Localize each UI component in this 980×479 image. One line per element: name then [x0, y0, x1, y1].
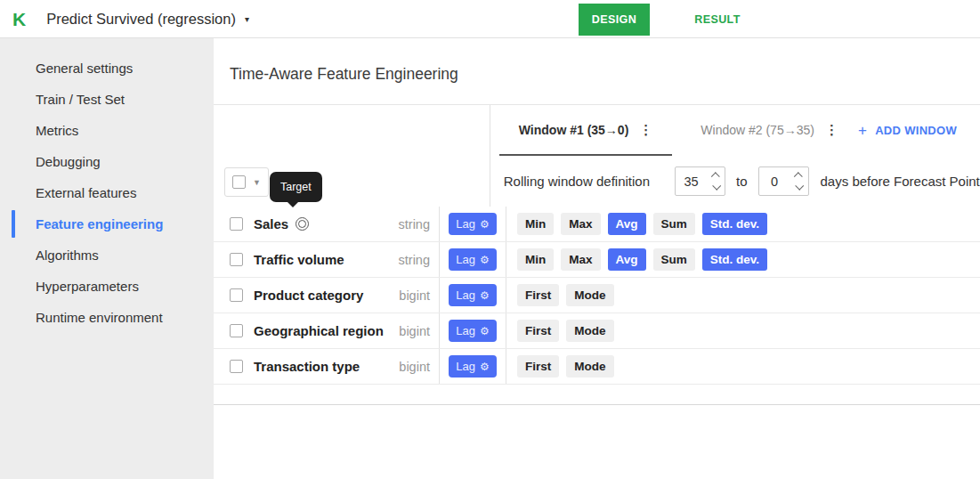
agg-chip-first[interactable]: First: [517, 355, 559, 378]
feature-name: Traffic volume: [254, 252, 344, 267]
lag-cell: Lag ⚙: [439, 313, 506, 348]
aggregations-cell: MinMaxAvgSumStd. dev.: [506, 242, 980, 277]
sidebar-item-runtime-environment[interactable]: Runtime environment: [0, 302, 214, 333]
row-checkbox[interactable]: [230, 217, 243, 231]
chevron-up-icon[interactable]: [710, 172, 719, 181]
agg-chip-min[interactable]: Min: [517, 213, 554, 235]
gear-icon: ⚙: [480, 326, 490, 337]
chevron-down-icon[interactable]: [712, 182, 721, 191]
kebab-menu-icon[interactable]: ⋮: [825, 122, 838, 138]
sidebar-item-metrics[interactable]: Metrics: [0, 115, 214, 146]
feature-name-cell: Traffic volume string: [214, 242, 439, 277]
window-tabs-mount: Window #1 (35→0) ⋮ Window #2 (75→35) ⋮: [490, 105, 858, 156]
project-title[interactable]: Predict Survived (regression): [46, 11, 236, 28]
agg-chip-max[interactable]: Max: [561, 248, 600, 271]
table-row: Transaction type bigint Lag ⚙ FirstMode: [214, 349, 980, 385]
aggregations-cell: MinMaxAvgSumStd. dev.: [506, 207, 980, 241]
agg-chip-avg[interactable]: Avg: [608, 248, 646, 271]
plus-icon: +: [858, 123, 867, 138]
table-row: Product category bigint Lag ⚙ FirstMode: [214, 278, 980, 313]
row-checkbox[interactable]: [230, 324, 243, 337]
settings-sidebar: General settings Train / Test Set Metric…: [0, 38, 214, 479]
sidebar-item-label: Feature engineering: [36, 216, 163, 231]
lag-label: Lag: [456, 253, 475, 266]
agg-chip-first[interactable]: First: [517, 284, 559, 306]
aggregations-cell: FirstMode: [506, 349, 980, 384]
select-all-control[interactable]: ▼: [224, 167, 269, 197]
window-tab-2[interactable]: Window #2 (75→35) ⋮: [681, 105, 858, 156]
agg-chip-sum[interactable]: Sum: [653, 213, 695, 235]
chevron-down-icon[interactable]: ▾: [245, 14, 249, 24]
agg-chip-min[interactable]: Min: [517, 248, 554, 271]
sidebar-item-algorithms[interactable]: Algorithms: [0, 240, 214, 271]
page-title: Time-Aware Feature Engineering: [214, 38, 980, 105]
stepper-arrows[interactable]: [707, 167, 725, 195]
lag-label: Lag: [456, 360, 475, 373]
agg-chip-std-dev-[interactable]: Std. dev.: [702, 213, 767, 235]
header-left-cell: ▼: [214, 105, 490, 207]
sidebar-item-label: Train / Test Set: [36, 92, 125, 107]
lag-button[interactable]: Lag ⚙: [449, 320, 496, 342]
window-from-value[interactable]: 35: [676, 175, 707, 189]
chevron-down-icon[interactable]: ▼: [253, 178, 261, 187]
lag-button[interactable]: Lag ⚙: [449, 213, 496, 235]
lag-button[interactable]: Lag ⚙: [449, 284, 496, 306]
row-checkbox[interactable]: [230, 288, 243, 302]
sidebar-item-feature-engineering[interactable]: Feature engineering: [0, 208, 214, 240]
lag-button[interactable]: Lag ⚙: [449, 355, 496, 378]
gear-icon: ⚙: [480, 361, 490, 372]
window-tabs-row: Window #1 (35→0) ⋮ Window #2 (75→35) ⋮ +…: [490, 105, 980, 156]
sidebar-item-external-features[interactable]: External features: [0, 177, 214, 208]
chevron-down-icon[interactable]: [795, 182, 804, 191]
lag-button[interactable]: Lag ⚙: [449, 248, 496, 271]
app-logo[interactable]: K: [12, 10, 26, 28]
rolling-window-label: Rolling window definition: [504, 174, 650, 189]
window-to-stepper[interactable]: 0: [758, 166, 809, 196]
table-row: Sales string Lag ⚙ MinMaxAvgSumStd. dev.: [214, 207, 980, 242]
gear-icon: ⚙: [480, 255, 490, 265]
tab-result[interactable]: RESULT: [682, 13, 753, 26]
agg-chip-max[interactable]: Max: [561, 213, 600, 235]
row-checkbox[interactable]: [230, 253, 243, 266]
window-from-stepper[interactable]: 35: [675, 166, 725, 196]
aggregations-cell: FirstMode: [506, 278, 980, 313]
lag-label: Lag: [456, 324, 475, 337]
main-tabs: DESIGN RESULT: [579, 0, 753, 38]
agg-chip-mode[interactable]: Mode: [566, 320, 613, 342]
sidebar-nav: General settings Train / Test Set Metric…: [0, 53, 214, 333]
lag-label: Lag: [456, 217, 475, 231]
agg-chip-first[interactable]: First: [517, 320, 559, 342]
table-header-band: ▼ Window #1 (35→0) ⋮ Window #2 (75→35) ⋮…: [214, 105, 980, 207]
chevron-up-icon[interactable]: [794, 172, 803, 181]
tab-design[interactable]: DESIGN: [579, 4, 650, 36]
agg-chip-mode[interactable]: Mode: [566, 284, 613, 306]
table-bottom-divider: [214, 385, 980, 405]
sidebar-item-debugging[interactable]: Debugging: [0, 146, 214, 177]
feature-type: bigint: [399, 360, 430, 374]
sidebar-item-hyperparameters[interactable]: Hyperparameters: [0, 271, 214, 302]
gear-icon: ⚙: [480, 219, 490, 230]
add-window-button[interactable]: + ADD WINDOW: [858, 123, 957, 138]
window-tab-1[interactable]: Window #1 (35→0) ⋮: [499, 105, 673, 156]
agg-chip-std-dev-[interactable]: Std. dev.: [702, 248, 767, 271]
sidebar-item-label: General settings: [36, 61, 133, 76]
agg-chip-mode[interactable]: Mode: [566, 355, 613, 378]
row-checkbox[interactable]: [230, 360, 243, 373]
lag-cell: Lag ⚙: [439, 242, 506, 277]
sidebar-item-general-settings[interactable]: General settings: [0, 53, 214, 84]
lag-label: Lag: [456, 288, 475, 302]
select-all-checkbox[interactable]: [232, 175, 246, 189]
agg-chip-avg[interactable]: Avg: [608, 213, 646, 235]
feature-name: Transaction type: [254, 359, 360, 374]
agg-chip-sum[interactable]: Sum: [653, 248, 695, 271]
sidebar-item-train-test-set[interactable]: Train / Test Set: [0, 84, 214, 115]
rolling-window-row: Rolling window definition 35 to 0: [490, 156, 980, 207]
top-bar: K Predict Survived (regression) ▾ DESIGN…: [0, 0, 980, 38]
lag-cell: Lag ⚙: [439, 349, 506, 384]
to-label: to: [736, 174, 748, 189]
kebab-menu-icon[interactable]: ⋮: [639, 122, 652, 138]
feature-name: Geographical region: [254, 323, 384, 338]
window-to-value[interactable]: 0: [759, 175, 790, 189]
feature-table: Sales string Lag ⚙ MinMaxAvgSumStd. dev.…: [214, 207, 980, 385]
stepper-arrows[interactable]: [790, 167, 808, 195]
